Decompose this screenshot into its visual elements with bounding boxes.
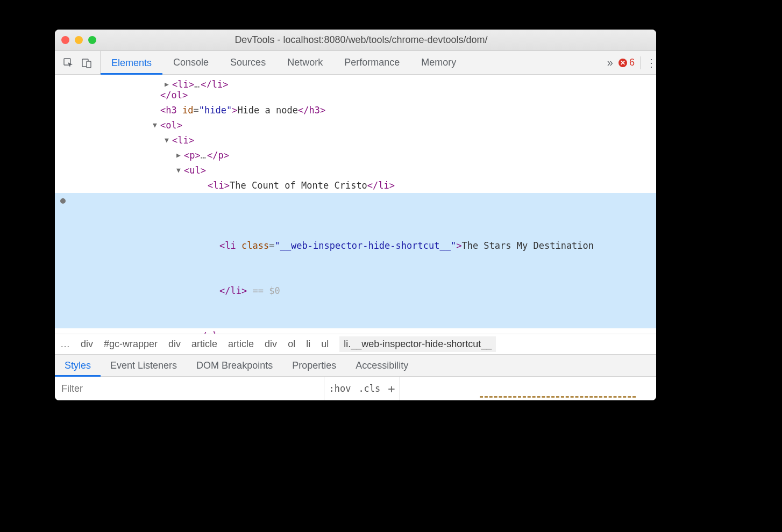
styles-tabs: Styles Event Listeners DOM Breakpoints P… — [55, 354, 656, 377]
error-count: 6 — [629, 57, 635, 68]
cls-toggle[interactable]: .cls — [358, 383, 380, 394]
subtab-accessibility[interactable]: Accessibility — [346, 355, 418, 376]
tab-performance[interactable]: Performance — [333, 51, 410, 74]
dom-line[interactable]: ▶<li>…</li> — [55, 77, 656, 88]
breadcrumb-item[interactable]: div — [168, 339, 181, 350]
subtab-event-listeners[interactable]: Event Listeners — [101, 355, 187, 376]
devtools-window: DevTools - localhost:8080/web/tools/chro… — [55, 30, 656, 400]
subtab-properties[interactable]: Properties — [282, 355, 346, 376]
settings-menu-icon[interactable]: ⋮ — [640, 56, 651, 69]
inspect-element-icon[interactable] — [62, 57, 74, 69]
tab-network[interactable]: Network — [276, 51, 333, 74]
breadcrumb-item[interactable]: article — [191, 339, 217, 350]
main-tabs: Elements Console Sources Network Perform… — [101, 51, 602, 74]
tab-elements[interactable]: Elements — [101, 51, 162, 75]
breadcrumb-item[interactable]: ol — [288, 339, 295, 350]
svg-rect-2 — [87, 61, 91, 68]
expand-icon[interactable]: ▶ — [165, 77, 172, 88]
breadcrumb-item[interactable]: div — [81, 339, 93, 350]
breadcrumb-item[interactable]: ul — [321, 339, 329, 350]
dom-line[interactable]: ▶<p>…</p> — [55, 148, 656, 163]
dom-line[interactable]: </ul> — [55, 328, 656, 334]
traffic-lights — [61, 36, 96, 44]
breadcrumb-item[interactable]: div — [265, 339, 277, 350]
window-title: DevTools - localhost:8080/web/tools/chro… — [105, 34, 650, 46]
dom-line-li-monte[interactable]: <li>The Count of Monte Cristo</li> — [55, 178, 656, 193]
styles-filter-input[interactable] — [55, 377, 324, 400]
close-window-button[interactable] — [61, 36, 69, 44]
box-model-preview — [400, 377, 656, 400]
toolbar-right: » ✕ 6 ⋮ — [602, 51, 656, 74]
dom-line[interactable]: </ol> — [55, 88, 656, 103]
tab-sources[interactable]: Sources — [219, 51, 276, 74]
breadcrumb-item[interactable]: li — [306, 339, 310, 350]
tabs-overflow-button[interactable]: » — [607, 56, 613, 69]
dom-line-h3-hide[interactable]: <h3 id="hide">Hide a node</h3> — [55, 103, 656, 118]
styles-controls: :hov .cls + — [324, 377, 400, 400]
subtab-dom-breakpoints[interactable]: DOM Breakpoints — [187, 355, 282, 376]
collapse-icon[interactable]: ▼ — [153, 118, 160, 133]
error-count-badge[interactable]: ✕ 6 — [619, 57, 635, 68]
titlebar[interactable]: DevTools - localhost:8080/web/tools/chro… — [55, 30, 656, 51]
collapse-icon[interactable]: ▼ — [176, 163, 184, 178]
dom-line[interactable]: ▼<ol> — [55, 118, 656, 133]
breadcrumb-overflow[interactable]: … — [60, 339, 70, 350]
dom-line-selected[interactable]: <li class="__web-inspector-hide-shortcut… — [55, 193, 656, 328]
dom-line[interactable]: ▼<ul> — [55, 163, 656, 178]
breadcrumb-bar[interactable]: … div #gc-wrapper div article article di… — [55, 334, 656, 354]
tab-console[interactable]: Console — [162, 51, 219, 74]
zoom-window-button[interactable] — [88, 36, 96, 44]
minimize-window-button[interactable] — [75, 36, 83, 44]
hidden-node-indicator-icon — [60, 198, 66, 204]
subtab-styles[interactable]: Styles — [55, 355, 101, 377]
dom-line[interactable]: ▼<li> — [55, 133, 656, 148]
expand-icon[interactable]: ▶ — [176, 148, 184, 163]
dashed-box-edge — [480, 396, 636, 399]
breadcrumb-item[interactable]: article — [228, 339, 254, 350]
collapse-icon[interactable]: ▼ — [165, 133, 172, 148]
error-icon: ✕ — [619, 59, 627, 67]
hov-toggle[interactable]: :hov — [329, 383, 351, 394]
device-toolbar-icon[interactable] — [81, 57, 93, 69]
main-toolbar: Elements Console Sources Network Perform… — [55, 51, 656, 75]
breadcrumb-item[interactable]: #gc-wrapper — [104, 339, 158, 350]
toolbar-left — [55, 51, 101, 74]
new-style-rule-button[interactable]: + — [388, 382, 395, 396]
styles-toolbar: :hov .cls + — [55, 377, 656, 400]
breadcrumb-item-current[interactable]: li.__web-inspector-hide-shortcut__ — [339, 336, 496, 352]
tab-memory[interactable]: Memory — [410, 51, 467, 74]
elements-tree[interactable]: ▶<li>…</li> </ol> <h3 id="hide">Hide a n… — [55, 75, 656, 334]
